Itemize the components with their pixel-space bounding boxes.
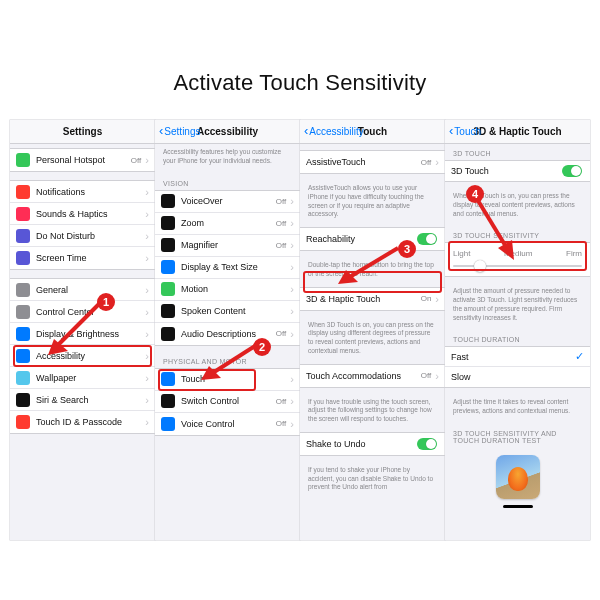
settings-row-wallpaper[interactable]: Wallpaper <box>10 367 155 389</box>
app-icon <box>161 304 175 318</box>
vision-row-magnifier[interactable]: MagnifierOff <box>155 235 300 257</box>
row-label: Control Center <box>36 307 143 317</box>
vision-row-motion[interactable]: Motion <box>155 279 300 301</box>
settings-row-screen-time[interactable]: Screen Time <box>10 247 155 269</box>
row-label: Siri & Search <box>36 395 143 405</box>
row-shake-to-undo[interactable]: Shake to Undo <box>300 433 445 455</box>
row-label: Wallpaper <box>36 373 143 383</box>
row-label: Touch <box>181 374 288 384</box>
motor-row-switch-control[interactable]: Switch ControlOff <box>155 391 300 413</box>
header-3d-haptic: Touch 3D & Haptic Touch <box>445 120 590 144</box>
app-icon <box>16 207 30 221</box>
row-assistivetouch[interactable]: AssistiveTouch Off <box>300 151 445 173</box>
settings-row-notifications[interactable]: Notifications <box>10 181 155 203</box>
row-value: Off <box>421 158 432 167</box>
reachability-desc: Double-tap the home button to bring the … <box>300 257 445 287</box>
app-icon <box>161 327 175 341</box>
row-label: AssistiveTouch <box>306 157 421 167</box>
row-label: Display & Brightness <box>36 329 143 339</box>
assistivetouch-desc: AssistiveTouch allows you to use your iP… <box>300 180 445 227</box>
row-value: Off <box>276 219 287 228</box>
vision-row-spoken-content[interactable]: Spoken Content <box>155 301 300 323</box>
test-photo[interactable] <box>496 455 540 499</box>
header-settings: Settings <box>10 120 155 144</box>
row-value: Off <box>421 371 432 380</box>
app-icon <box>16 349 30 363</box>
row-label: Touch ID & Passcode <box>36 417 143 427</box>
sensitivity-slider[interactable] <box>453 262 582 270</box>
row-value: Off <box>276 197 287 206</box>
shake-toggle[interactable] <box>417 438 437 450</box>
settings-row-siri-search[interactable]: Siri & Search <box>10 389 155 411</box>
settings-row-personal-hotspot[interactable]: Personal HotspotOff <box>10 149 155 171</box>
panel-accessibility: Settings Accessibility Accessibility fea… <box>155 120 300 540</box>
vision-row-zoom[interactable]: ZoomOff <box>155 213 300 235</box>
vision-row-voiceover[interactable]: VoiceOverOff <box>155 191 300 213</box>
app-icon <box>16 153 30 167</box>
duration-desc: Adjust the time it takes to reveal conte… <box>445 394 590 424</box>
row-duration-fast[interactable]: Fast ✓ <box>445 347 590 367</box>
back-to-touch[interactable]: Touch <box>449 125 481 138</box>
app-icon <box>161 194 175 208</box>
section-3dtouch-label: 3D TOUCH <box>445 144 590 160</box>
settings-row-control-center[interactable]: Control Center <box>10 301 155 323</box>
row-3dtouch[interactable]: 3D Touch <box>445 161 590 181</box>
settings-row-touch-id-passcode[interactable]: Touch ID & Passcode <box>10 411 155 433</box>
settings-row-general[interactable]: General <box>10 279 155 301</box>
row-label: Display & Text Size <box>181 262 288 272</box>
panels-container: Settings Personal HotspotOff Notificatio… <box>10 120 590 540</box>
row-label: Do Not Disturb <box>36 231 143 241</box>
row-duration-slow[interactable]: Slow <box>445 367 590 387</box>
row-label: 3D & Haptic Touch <box>306 294 421 304</box>
vision-row-display-text-size[interactable]: Display & Text Size <box>155 257 300 279</box>
back-to-accessibility[interactable]: Accessibility <box>304 125 364 138</box>
app-icon <box>16 251 30 265</box>
row-value: Off <box>276 329 287 338</box>
motor-row-touch[interactable]: Touch <box>155 369 300 391</box>
haptic-desc: When 3D Touch is on, you can press on th… <box>300 317 445 364</box>
app-icon <box>16 371 30 385</box>
back-to-settings[interactable]: Settings <box>159 125 200 138</box>
settings-row-do-not-disturb[interactable]: Do Not Disturb <box>10 225 155 247</box>
row-label: Switch Control <box>181 396 276 406</box>
app-icon <box>16 415 30 429</box>
app-icon <box>16 185 30 199</box>
row-value: Off <box>276 241 287 250</box>
app-icon <box>161 394 175 408</box>
app-icon <box>16 283 30 297</box>
row-label: Voice Control <box>181 419 276 429</box>
row-value: Off <box>131 156 142 165</box>
header-title: 3D & Haptic Touch <box>473 126 561 137</box>
sens-medium: Medium <box>504 249 532 258</box>
row-touch-accommodations[interactable]: Touch Accommodations Off <box>300 365 445 387</box>
accom-desc: If you have trouble using the touch scre… <box>300 394 445 432</box>
motor-row-voice-control[interactable]: Voice ControlOff <box>155 413 300 435</box>
page-title: Activate Touch Sensitivity <box>0 0 600 118</box>
3dtouch-toggle[interactable] <box>562 165 582 177</box>
row-3d-haptic-touch[interactable]: 3D & Haptic Touch On <box>300 288 445 310</box>
settings-row-accessibility[interactable]: Accessibility <box>10 345 155 367</box>
row-label: Zoom <box>181 218 276 228</box>
app-icon <box>16 327 30 341</box>
row-label: General <box>36 285 143 295</box>
home-indicator <box>503 505 533 508</box>
row-value: Off <box>276 397 287 406</box>
section-duration-label: TOUCH DURATION <box>445 330 590 346</box>
sens-firm: Firm <box>566 249 582 258</box>
row-label: Personal Hotspot <box>36 155 131 165</box>
settings-row-display-brightness[interactable]: Display & Brightness <box>10 323 155 345</box>
settings-row-sounds-haptics[interactable]: Sounds & Haptics <box>10 203 155 225</box>
vision-row-audio-descriptions[interactable]: Audio DescriptionsOff <box>155 323 300 345</box>
section-motor-label: PHYSICAL AND MOTOR <box>155 352 300 368</box>
row-label: Screen Time <box>36 253 143 263</box>
panel-3d-haptic: Touch 3D & Haptic Touch 3D TOUCH 3D Touc… <box>445 120 590 540</box>
row-label: Notifications <box>36 187 143 197</box>
reachability-toggle[interactable] <box>417 233 437 245</box>
section-vision-label: VISION <box>155 174 300 190</box>
row-reachability[interactable]: Reachability <box>300 228 445 250</box>
row-label: Sounds & Haptics <box>36 209 143 219</box>
header-title: Settings <box>63 126 102 137</box>
row-label: 3D Touch <box>451 166 558 176</box>
3dtouch-desc: When 3D Touch is on, you can press the d… <box>445 188 590 226</box>
accessibility-intro: Accessibility features help you customiz… <box>155 144 300 174</box>
